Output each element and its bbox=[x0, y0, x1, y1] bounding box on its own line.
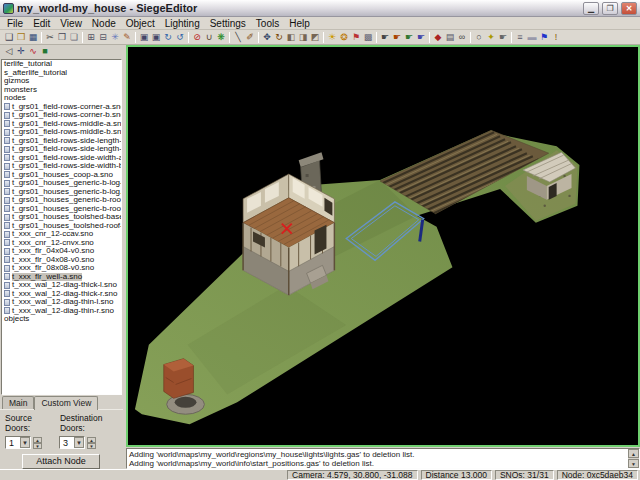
list-tool-icon[interactable]: ≡ bbox=[514, 31, 526, 44]
back-arrow-icon[interactable]: ◁ bbox=[3, 45, 15, 58]
refresh-view-icon[interactable]: ↻ bbox=[162, 31, 174, 44]
revert-view-icon[interactable]: ↺ bbox=[174, 31, 186, 44]
magnet-tool-icon[interactable]: ∪ bbox=[203, 31, 215, 44]
path-tool-icon[interactable]: ∿ bbox=[27, 45, 39, 58]
select-bank-a-icon[interactable]: ⊞ bbox=[85, 31, 97, 44]
menu-object[interactable]: Object bbox=[121, 17, 160, 30]
sno-file-icon bbox=[4, 290, 10, 297]
grab-tool-icon[interactable]: ☛ bbox=[497, 31, 509, 44]
light-burst-icon[interactable]: ❂ bbox=[338, 31, 350, 44]
tab-main[interactable]: Main bbox=[2, 396, 34, 409]
print-view-icon[interactable]: ▤ bbox=[444, 31, 456, 44]
destination-doors-value: 3 bbox=[60, 438, 74, 448]
menu-lighting[interactable]: Lighting bbox=[160, 17, 205, 30]
attach-node-button[interactable]: Attach Node bbox=[22, 454, 100, 469]
restore-button[interactable]: ❐ bbox=[602, 2, 618, 15]
viewport-3d[interactable] bbox=[126, 45, 640, 447]
sno-file-icon bbox=[4, 103, 10, 110]
menu-tools[interactable]: Tools bbox=[251, 17, 284, 30]
tab-custom-view[interactable]: Custom View bbox=[34, 396, 98, 410]
scroll-down-icon[interactable]: ▼ bbox=[628, 459, 639, 468]
toolbar-main: ❑❒▦✂❐❏⊞⊟✳✎▣▣↻↺⊘∪❋╲✐✥↻◧◨◩☀❂⚑▩☛☛☛☛◆▤∞○✦☛≡▬… bbox=[0, 30, 640, 45]
minimize-button[interactable]: ▁ bbox=[583, 2, 599, 15]
sun-light-icon[interactable]: ☀ bbox=[326, 31, 338, 44]
move-tool-icon[interactable]: ✥ bbox=[261, 31, 273, 44]
menu-settings[interactable]: Settings bbox=[205, 17, 251, 30]
lasso-tool-icon[interactable]: ✐ bbox=[244, 31, 256, 44]
spin-down-icon[interactable]: ▼ bbox=[87, 443, 96, 449]
axis-gizmo-icon[interactable]: ✛ bbox=[15, 45, 27, 58]
cursor-object-icon[interactable]: ☛ bbox=[403, 31, 415, 44]
object-placer-icon[interactable]: ■ bbox=[39, 45, 51, 58]
spin-down-icon[interactable]: ▼ bbox=[33, 443, 42, 449]
rotate-tool-icon[interactable]: ↻ bbox=[273, 31, 285, 44]
toolbar-separator bbox=[229, 32, 230, 43]
close-button[interactable]: ✕ bbox=[621, 2, 637, 15]
menu-view[interactable]: View bbox=[55, 17, 87, 30]
paint-tool-icon[interactable]: ✎ bbox=[121, 31, 133, 44]
menu-file[interactable]: File bbox=[2, 17, 28, 30]
cut-icon[interactable]: ✂ bbox=[44, 31, 56, 44]
cursor-light-icon[interactable]: ☛ bbox=[415, 31, 427, 44]
node-tree-list[interactable]: terlife_tutorials_afterlife_tutorialgizm… bbox=[1, 59, 122, 395]
log-scrollbar[interactable]: ▲ ▼ bbox=[628, 449, 639, 468]
save-file-icon[interactable]: ▦ bbox=[27, 31, 39, 44]
light-flag-icon[interactable]: ⚑ bbox=[350, 31, 362, 44]
menu-help[interactable]: Help bbox=[284, 17, 315, 30]
lock-all-icon[interactable]: ◩ bbox=[309, 31, 321, 44]
sno-file-icon bbox=[4, 248, 10, 255]
toolbar-separator bbox=[135, 32, 136, 43]
stamp-tool-icon[interactable]: ◆ bbox=[432, 31, 444, 44]
vegetation-tool-icon[interactable]: ❋ bbox=[215, 31, 227, 44]
toolbar-separator bbox=[511, 32, 512, 43]
destination-doors-select[interactable]: 3 ▼ bbox=[59, 436, 85, 449]
panel-tabs: Main Custom View bbox=[0, 395, 123, 409]
light-texture-icon[interactable]: ▩ bbox=[362, 31, 374, 44]
key-tool-icon[interactable]: ✦ bbox=[485, 31, 497, 44]
window-view-a-icon[interactable]: ▣ bbox=[138, 31, 150, 44]
cursor-select-icon[interactable]: ☛ bbox=[379, 31, 391, 44]
sno-file-icon bbox=[4, 120, 10, 127]
log-line: Adding 'world\maps\my_world\info\start_p… bbox=[129, 459, 628, 468]
delete-node-icon[interactable]: ⊘ bbox=[191, 31, 203, 44]
new-file-icon[interactable]: ❑ bbox=[3, 31, 15, 44]
copy-icon[interactable]: ❐ bbox=[56, 31, 68, 44]
sno-file-icon bbox=[4, 231, 10, 238]
toolbar-separator bbox=[82, 32, 83, 43]
sno-file-icon bbox=[4, 129, 10, 136]
right-panel: Adding 'world\maps\my_world\regions\my_h… bbox=[126, 45, 640, 469]
sno-file-icon bbox=[4, 214, 10, 221]
window-view-b-icon[interactable]: ▣ bbox=[150, 31, 162, 44]
titlebar[interactable]: my_world-my_house - SiegeEditor ▁ ❐ ✕ bbox=[0, 0, 640, 17]
tree-item[interactable]: objects bbox=[2, 315, 121, 324]
scene-canvas[interactable] bbox=[128, 47, 638, 445]
sno-file-icon bbox=[4, 256, 10, 263]
menu-edit[interactable]: Edit bbox=[28, 17, 55, 30]
dash-tool-icon[interactable]: ▬ bbox=[526, 31, 538, 44]
select-bank-b-icon[interactable]: ⊟ bbox=[97, 31, 109, 44]
tree-item-label: objects bbox=[4, 315, 29, 323]
menu-node[interactable]: Node bbox=[87, 17, 121, 30]
paste-icon[interactable]: ❏ bbox=[68, 31, 80, 44]
log-line: Adding 'world\maps\my_world\regions\my_h… bbox=[129, 450, 628, 459]
source-doors-spinner[interactable]: ▲ ▼ bbox=[33, 437, 42, 449]
sno-file-icon bbox=[4, 137, 10, 144]
open-folder-icon[interactable]: ❒ bbox=[15, 31, 27, 44]
chevron-down-icon[interactable]: ▼ bbox=[20, 437, 30, 448]
toolbar-separator bbox=[41, 32, 42, 43]
chevron-down-icon[interactable]: ▼ bbox=[74, 437, 84, 448]
source-doors-select[interactable]: 1 ▼ bbox=[5, 436, 31, 449]
lock-closed-icon[interactable]: ◨ bbox=[297, 31, 309, 44]
lock-open-icon[interactable]: ◧ bbox=[285, 31, 297, 44]
sno-file-icon bbox=[4, 188, 10, 195]
scroll-up-icon[interactable]: ▲ bbox=[628, 449, 639, 458]
flag-tool-icon[interactable]: ⚑ bbox=[538, 31, 550, 44]
cursor-node-icon[interactable]: ☛ bbox=[391, 31, 403, 44]
find-node-icon[interactable]: ∞ bbox=[456, 31, 468, 44]
alert-tool-icon[interactable]: ! bbox=[550, 31, 562, 44]
circle-tool-icon[interactable]: ○ bbox=[473, 31, 485, 44]
draw-line-icon[interactable]: ╲ bbox=[232, 31, 244, 44]
snap-toggle-icon[interactable]: ✳ bbox=[109, 31, 121, 44]
destination-doors-spinner[interactable]: ▲ ▼ bbox=[87, 437, 96, 449]
node-id-readout: Node: 0xc5daeb34 bbox=[557, 470, 638, 480]
